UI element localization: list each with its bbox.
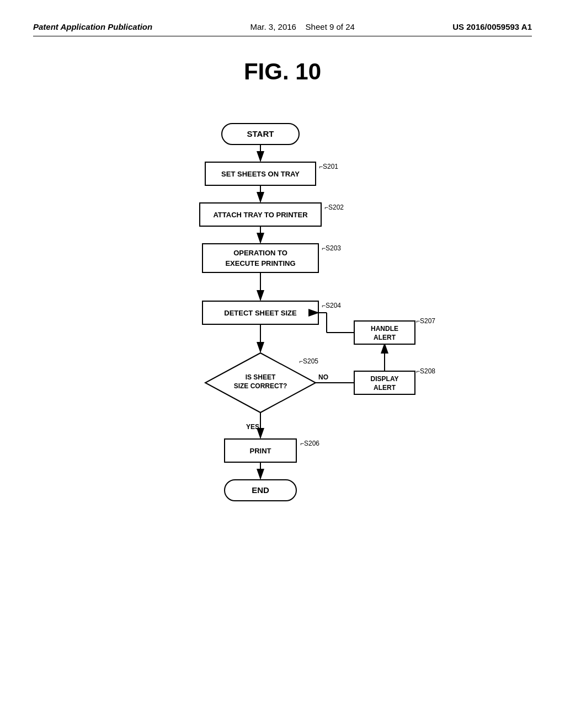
svg-text:HANDLE: HANDLE xyxy=(371,325,398,333)
svg-text:IS SHEET: IS SHEET xyxy=(246,373,276,381)
svg-text:NO: NO xyxy=(318,373,328,381)
step-s205-label: ⌐S205 xyxy=(299,357,318,365)
header-left: Patent Application Publication xyxy=(33,22,152,31)
header-sheet: Sheet 9 of 24 xyxy=(306,22,355,31)
svg-text:YES: YES xyxy=(246,423,259,431)
step-s201-label: ⌐S201 xyxy=(319,163,338,170)
svg-text:DETECT SHEET SIZE: DETECT SHEET SIZE xyxy=(224,309,297,317)
svg-rect-10 xyxy=(202,244,318,272)
step-s203-label: ⌐S203 xyxy=(322,244,341,252)
flowchart-svg: START SET SHEETS ON TRAY ⌐S201 ATTACH TR… xyxy=(117,113,448,636)
svg-text:OPERATION TO: OPERATION TO xyxy=(233,249,287,257)
svg-text:DISPLAY: DISPLAY xyxy=(371,375,399,383)
page: Patent Application Publication Mar. 3, 2… xyxy=(0,0,565,728)
svg-text:ALERT: ALERT xyxy=(374,334,396,341)
svg-text:PRINT: PRINT xyxy=(250,447,271,455)
svg-text:SET SHEETS ON TRAY: SET SHEETS ON TRAY xyxy=(221,170,300,178)
step-s202-label: ⌐S202 xyxy=(324,204,344,211)
svg-text:EXECUTE PRINTING: EXECUTE PRINTING xyxy=(225,259,295,267)
step-s207-label: ⌐S207 xyxy=(416,317,435,325)
start-label: START xyxy=(247,129,274,138)
svg-text:END: END xyxy=(252,485,269,495)
figure-title: FIG. 10 xyxy=(33,58,532,85)
header-date: Mar. 3, 2016 xyxy=(250,22,296,31)
header: Patent Application Publication Mar. 3, 2… xyxy=(33,22,532,36)
step-s206-label: ⌐S206 xyxy=(300,440,319,447)
flowchart-container: START SET SHEETS ON TRAY ⌐S201 ATTACH TR… xyxy=(33,113,532,636)
svg-text:ALERT: ALERT xyxy=(374,384,396,392)
step-s208-label: ⌐S208 xyxy=(416,367,435,375)
step-s204-label: ⌐S204 xyxy=(322,302,341,309)
header-center: Mar. 3, 2016 Sheet 9 of 24 xyxy=(250,22,355,31)
header-right: US 2016/0059593 A1 xyxy=(452,22,532,31)
svg-text:ATTACH TRAY TO PRINTER: ATTACH TRAY TO PRINTER xyxy=(213,211,308,219)
svg-text:SIZE CORRECT?: SIZE CORRECT? xyxy=(234,382,287,390)
